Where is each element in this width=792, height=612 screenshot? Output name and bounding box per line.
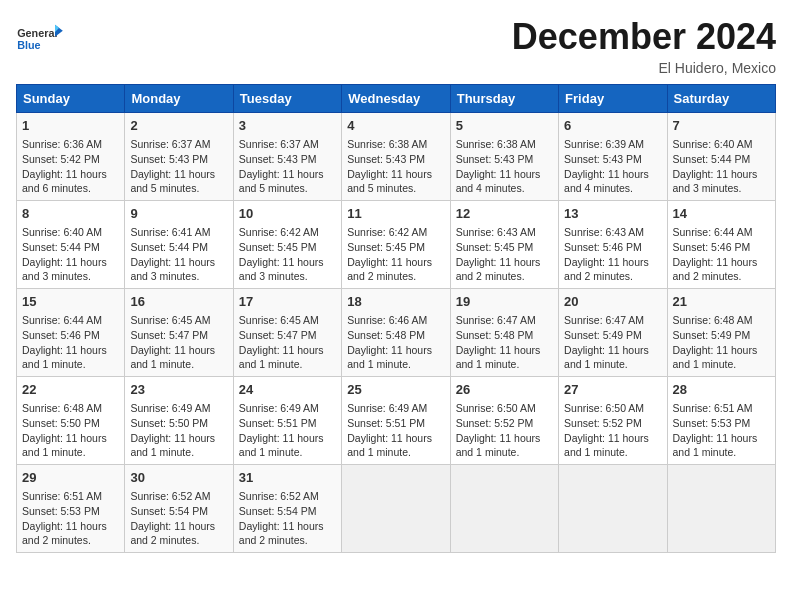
location: El Huidero, Mexico <box>512 60 776 76</box>
calendar-week-row: 1Sunrise: 6:36 AM Sunset: 5:42 PM Daylig… <box>17 113 776 201</box>
day-header-thursday: Thursday <box>450 85 558 113</box>
page-header: General Blue December 2024 El Huidero, M… <box>16 16 776 76</box>
calendar-cell: 20Sunrise: 6:47 AM Sunset: 5:49 PM Dayli… <box>559 289 667 377</box>
calendar-cell: 18Sunrise: 6:46 AM Sunset: 5:48 PM Dayli… <box>342 289 450 377</box>
day-number: 11 <box>347 205 444 223</box>
cell-content: Sunrise: 6:48 AM Sunset: 5:50 PM Dayligh… <box>22 401 119 460</box>
cell-content: Sunrise: 6:50 AM Sunset: 5:52 PM Dayligh… <box>564 401 661 460</box>
logo-svg: General Blue <box>16 16 64 60</box>
calendar-cell <box>450 465 558 553</box>
day-header-saturday: Saturday <box>667 85 775 113</box>
day-number: 29 <box>22 469 119 487</box>
cell-content: Sunrise: 6:37 AM Sunset: 5:43 PM Dayligh… <box>239 137 336 196</box>
day-number: 6 <box>564 117 661 135</box>
cell-content: Sunrise: 6:38 AM Sunset: 5:43 PM Dayligh… <box>456 137 553 196</box>
svg-text:General: General <box>17 27 57 39</box>
day-number: 17 <box>239 293 336 311</box>
cell-content: Sunrise: 6:37 AM Sunset: 5:43 PM Dayligh… <box>130 137 227 196</box>
day-number: 20 <box>564 293 661 311</box>
day-number: 28 <box>673 381 770 399</box>
calendar-cell: 28Sunrise: 6:51 AM Sunset: 5:53 PM Dayli… <box>667 377 775 465</box>
day-number: 25 <box>347 381 444 399</box>
day-number: 18 <box>347 293 444 311</box>
month-title: December 2024 <box>512 16 776 58</box>
cell-content: Sunrise: 6:44 AM Sunset: 5:46 PM Dayligh… <box>673 225 770 284</box>
calendar-cell <box>342 465 450 553</box>
calendar-cell: 10Sunrise: 6:42 AM Sunset: 5:45 PM Dayli… <box>233 201 341 289</box>
cell-content: Sunrise: 6:48 AM Sunset: 5:49 PM Dayligh… <box>673 313 770 372</box>
cell-content: Sunrise: 6:36 AM Sunset: 5:42 PM Dayligh… <box>22 137 119 196</box>
calendar-cell: 15Sunrise: 6:44 AM Sunset: 5:46 PM Dayli… <box>17 289 125 377</box>
calendar-cell: 26Sunrise: 6:50 AM Sunset: 5:52 PM Dayli… <box>450 377 558 465</box>
svg-text:Blue: Blue <box>17 39 40 51</box>
calendar-cell: 21Sunrise: 6:48 AM Sunset: 5:49 PM Dayli… <box>667 289 775 377</box>
cell-content: Sunrise: 6:40 AM Sunset: 5:44 PM Dayligh… <box>22 225 119 284</box>
day-number: 31 <box>239 469 336 487</box>
day-number: 2 <box>130 117 227 135</box>
day-number: 30 <box>130 469 227 487</box>
calendar-cell: 1Sunrise: 6:36 AM Sunset: 5:42 PM Daylig… <box>17 113 125 201</box>
cell-content: Sunrise: 6:44 AM Sunset: 5:46 PM Dayligh… <box>22 313 119 372</box>
calendar-cell: 25Sunrise: 6:49 AM Sunset: 5:51 PM Dayli… <box>342 377 450 465</box>
day-header-tuesday: Tuesday <box>233 85 341 113</box>
cell-content: Sunrise: 6:43 AM Sunset: 5:46 PM Dayligh… <box>564 225 661 284</box>
day-number: 15 <box>22 293 119 311</box>
logo: General Blue <box>16 16 64 60</box>
calendar-cell: 14Sunrise: 6:44 AM Sunset: 5:46 PM Dayli… <box>667 201 775 289</box>
calendar-cell: 12Sunrise: 6:43 AM Sunset: 5:45 PM Dayli… <box>450 201 558 289</box>
calendar-cell: 30Sunrise: 6:52 AM Sunset: 5:54 PM Dayli… <box>125 465 233 553</box>
calendar-cell: 31Sunrise: 6:52 AM Sunset: 5:54 PM Dayli… <box>233 465 341 553</box>
calendar-week-row: 29Sunrise: 6:51 AM Sunset: 5:53 PM Dayli… <box>17 465 776 553</box>
day-number: 3 <box>239 117 336 135</box>
calendar-cell: 13Sunrise: 6:43 AM Sunset: 5:46 PM Dayli… <box>559 201 667 289</box>
day-number: 4 <box>347 117 444 135</box>
calendar-cell: 8Sunrise: 6:40 AM Sunset: 5:44 PM Daylig… <box>17 201 125 289</box>
calendar-week-row: 8Sunrise: 6:40 AM Sunset: 5:44 PM Daylig… <box>17 201 776 289</box>
cell-content: Sunrise: 6:51 AM Sunset: 5:53 PM Dayligh… <box>673 401 770 460</box>
cell-content: Sunrise: 6:42 AM Sunset: 5:45 PM Dayligh… <box>347 225 444 284</box>
calendar-cell: 23Sunrise: 6:49 AM Sunset: 5:50 PM Dayli… <box>125 377 233 465</box>
day-number: 27 <box>564 381 661 399</box>
calendar-cell: 17Sunrise: 6:45 AM Sunset: 5:47 PM Dayli… <box>233 289 341 377</box>
day-number: 22 <box>22 381 119 399</box>
day-header-wednesday: Wednesday <box>342 85 450 113</box>
calendar-cell: 24Sunrise: 6:49 AM Sunset: 5:51 PM Dayli… <box>233 377 341 465</box>
cell-content: Sunrise: 6:49 AM Sunset: 5:50 PM Dayligh… <box>130 401 227 460</box>
calendar-cell: 29Sunrise: 6:51 AM Sunset: 5:53 PM Dayli… <box>17 465 125 553</box>
cell-content: Sunrise: 6:52 AM Sunset: 5:54 PM Dayligh… <box>239 489 336 548</box>
calendar-cell: 19Sunrise: 6:47 AM Sunset: 5:48 PM Dayli… <box>450 289 558 377</box>
day-header-monday: Monday <box>125 85 233 113</box>
day-number: 24 <box>239 381 336 399</box>
day-number: 19 <box>456 293 553 311</box>
day-number: 9 <box>130 205 227 223</box>
calendar-cell: 11Sunrise: 6:42 AM Sunset: 5:45 PM Dayli… <box>342 201 450 289</box>
day-header-friday: Friday <box>559 85 667 113</box>
day-number: 5 <box>456 117 553 135</box>
day-number: 8 <box>22 205 119 223</box>
day-number: 10 <box>239 205 336 223</box>
cell-content: Sunrise: 6:41 AM Sunset: 5:44 PM Dayligh… <box>130 225 227 284</box>
title-block: December 2024 El Huidero, Mexico <box>512 16 776 76</box>
calendar-cell: 9Sunrise: 6:41 AM Sunset: 5:44 PM Daylig… <box>125 201 233 289</box>
day-number: 13 <box>564 205 661 223</box>
cell-content: Sunrise: 6:47 AM Sunset: 5:48 PM Dayligh… <box>456 313 553 372</box>
cell-content: Sunrise: 6:43 AM Sunset: 5:45 PM Dayligh… <box>456 225 553 284</box>
day-number: 16 <box>130 293 227 311</box>
cell-content: Sunrise: 6:50 AM Sunset: 5:52 PM Dayligh… <box>456 401 553 460</box>
cell-content: Sunrise: 6:49 AM Sunset: 5:51 PM Dayligh… <box>239 401 336 460</box>
cell-content: Sunrise: 6:42 AM Sunset: 5:45 PM Dayligh… <box>239 225 336 284</box>
day-header-sunday: Sunday <box>17 85 125 113</box>
day-number: 23 <box>130 381 227 399</box>
calendar-table: SundayMondayTuesdayWednesdayThursdayFrid… <box>16 84 776 553</box>
calendar-week-row: 22Sunrise: 6:48 AM Sunset: 5:50 PM Dayli… <box>17 377 776 465</box>
calendar-cell <box>667 465 775 553</box>
cell-content: Sunrise: 6:52 AM Sunset: 5:54 PM Dayligh… <box>130 489 227 548</box>
cell-content: Sunrise: 6:40 AM Sunset: 5:44 PM Dayligh… <box>673 137 770 196</box>
calendar-cell: 22Sunrise: 6:48 AM Sunset: 5:50 PM Dayli… <box>17 377 125 465</box>
day-number: 14 <box>673 205 770 223</box>
calendar-cell: 3Sunrise: 6:37 AM Sunset: 5:43 PM Daylig… <box>233 113 341 201</box>
day-number: 21 <box>673 293 770 311</box>
cell-content: Sunrise: 6:38 AM Sunset: 5:43 PM Dayligh… <box>347 137 444 196</box>
cell-content: Sunrise: 6:51 AM Sunset: 5:53 PM Dayligh… <box>22 489 119 548</box>
calendar-cell: 2Sunrise: 6:37 AM Sunset: 5:43 PM Daylig… <box>125 113 233 201</box>
